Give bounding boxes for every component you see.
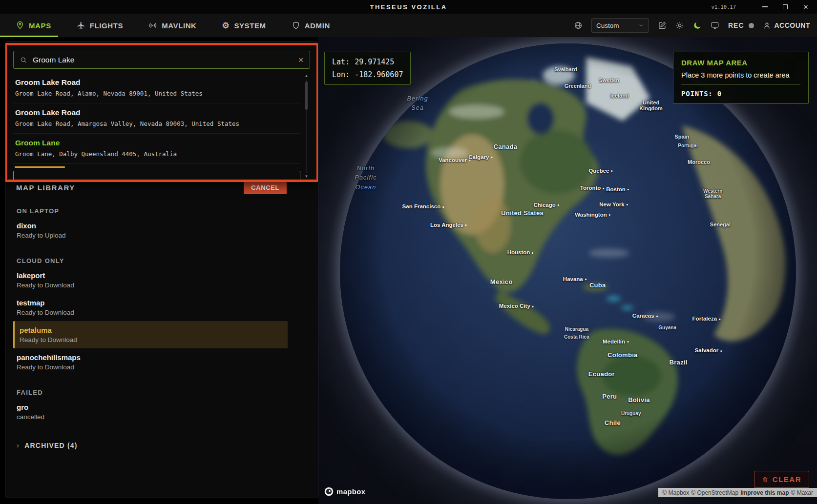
archived-toggle[interactable]: › ARCHIVED (4) — [13, 441, 310, 449]
mapbox-wordmark: mapbox — [336, 487, 365, 496]
search-input[interactable] — [33, 56, 293, 64]
result-title: Groom Lane — [15, 139, 298, 147]
search-results: Groom Lake Road Groom Lake Road, Alamo, … — [13, 73, 310, 180]
system-theme-icon[interactable] — [711, 21, 719, 30]
globe-style-icon[interactable] — [574, 21, 583, 30]
tab-flights[interactable]: FLIGHTS — [77, 14, 123, 37]
coordinates-readout: Lat: 29.971425 Lon: -182.960607 — [324, 52, 411, 85]
section-header-on-laptop: ON LAPTOP — [13, 207, 310, 215]
main-content: ✕ Groom Lake Road Groom Lake Road, Alamo… — [0, 37, 817, 504]
attr-maxar[interactable]: © Maxar — [791, 489, 813, 496]
tab-label: MAVLINK — [162, 21, 196, 30]
globe[interactable] — [340, 43, 796, 499]
plane-icon — [77, 21, 85, 30]
close-button[interactable]: ✕ — [797, 1, 814, 13]
mapbox-logo[interactable]: mapbox — [324, 486, 365, 497]
item-name: dixon — [17, 222, 284, 230]
item-status: cancelled — [17, 413, 284, 421]
scroll-track[interactable] — [306, 80, 307, 173]
item-status: Ready to Download — [17, 309, 284, 316]
results-scrollbar[interactable]: ▲ ▼ — [303, 74, 310, 179]
app-window: THESEUS VOZILLA v1.10.17 ✕ MAPS FLIGHTS … — [0, 0, 817, 504]
search-result[interactable]: Groom Lake Road Groom Lake Road, Amargos… — [13, 103, 300, 134]
tab-admin[interactable]: ADMIN — [292, 14, 330, 37]
map-library-panel: ✕ Groom Lake Road Groom Lake Road, Alamo… — [5, 41, 318, 498]
search-result[interactable]: Groom Lake Road Groom Lake Road, Alamo, … — [13, 73, 300, 103]
result-subtitle: Groom Lane, Dalby Queensland 4405, Austr… — [15, 150, 298, 158]
item-status: Ready to Download — [17, 363, 284, 371]
map-style-value: Custom — [596, 22, 619, 29]
tab-maps[interactable]: MAPS — [16, 14, 51, 37]
tab-system[interactable]: ⚙ SYSTEM — [222, 14, 266, 37]
map-area[interactable]: SvalbardSwedenGreenlandIcelandUnited Kin… — [318, 37, 817, 504]
tab-label: FLIGHTS — [90, 21, 123, 30]
nav-tabs: MAPS FLIGHTS MAVLINK ⚙ SYSTEM ADMIN — [16, 14, 330, 37]
map-attribution: © Mapbox © OpenStreetMap Improve this ma… — [658, 488, 817, 497]
person-icon — [763, 21, 771, 30]
search-icon — [20, 56, 27, 64]
chevron-down-icon — [638, 22, 644, 28]
library-item-lakeport[interactable]: lakeport Ready to Download — [13, 266, 288, 294]
points-count: POINTS: 0 — [681, 90, 800, 98]
tab-mavlink[interactable]: MAVLINK — [148, 14, 196, 37]
item-name: panochehillsmaps — [17, 353, 284, 362]
tab-label: SYSTEM — [234, 21, 266, 30]
nav-right: Custom REC ACCOUNT — [574, 18, 810, 33]
maximize-button[interactable] — [777, 1, 794, 13]
window-controls: v1.10.17 ✕ — [711, 0, 814, 14]
tab-label: MAPS — [29, 21, 51, 30]
item-name: testmap — [17, 299, 284, 307]
signal-icon — [148, 21, 157, 30]
library-item-testmap[interactable]: testmap Ready to Download — [13, 294, 288, 321]
improve-map-link[interactable]: Improve this map — [740, 489, 789, 496]
app-version: v1.10.17 — [711, 4, 736, 10]
section-header-cloud-only: CLOUD ONLY — [13, 257, 310, 264]
scroll-thumb[interactable] — [305, 81, 308, 110]
mapbox-icon — [324, 486, 334, 497]
dark-theme-icon[interactable] — [693, 21, 702, 30]
attr-mapbox[interactable]: © Mapbox — [662, 489, 689, 496]
cancel-button[interactable]: CANCEL — [244, 181, 287, 194]
map-style-select[interactable]: Custom — [591, 18, 649, 33]
rec-dot-icon — [749, 23, 754, 28]
library-item-dixon[interactable]: dixon Ready to Upload — [13, 217, 288, 244]
attr-osm[interactable]: © OpenStreetMap — [691, 489, 738, 496]
item-name: petaluma — [20, 326, 284, 334]
library-title: MAP LIBRARY — [16, 183, 75, 192]
shield-icon — [292, 21, 300, 30]
library-item-gro[interactable]: gro cancelled — [13, 398, 288, 425]
library-header: MAP LIBRARY CANCEL — [13, 181, 310, 194]
clear-button[interactable]: CLEAR — [754, 471, 809, 488]
light-theme-icon[interactable] — [675, 21, 684, 30]
trash-icon — [762, 476, 769, 483]
library-item-panochehillsmaps[interactable]: panochehillsmaps Ready to Download — [13, 348, 288, 376]
result-subtitle: Groom Lake Road, Amargosa Valley, Nevada… — [15, 120, 298, 127]
draw-map-area-panel: DRAW MAP AREA Place 3 more points to cre… — [673, 52, 809, 104]
scroll-down-icon[interactable]: ▼ — [305, 175, 309, 179]
titlebar: THESEUS VOZILLA v1.10.17 ✕ — [0, 0, 817, 14]
minimize-button[interactable] — [756, 1, 773, 13]
section-header-failed: FAILED — [13, 389, 310, 396]
tab-label: ADMIN — [305, 21, 330, 30]
result-subtitle: Groom Lake Road, Alamo, Nevada 89001, Un… — [15, 90, 298, 97]
draw-panel-instruction: Place 3 more points to create area — [681, 71, 800, 79]
library-item-petaluma[interactable]: petaluma Ready to Download — [13, 321, 288, 348]
scroll-up-icon[interactable]: ▲ — [305, 74, 309, 78]
item-status: Ready to Upload — [17, 232, 284, 239]
item-name: lakeport — [17, 271, 284, 280]
highlighted-row-edge — [13, 171, 300, 180]
search-box: ✕ — [13, 51, 310, 69]
lon-value: -182.960607 — [355, 70, 403, 79]
item-status: Ready to Download — [17, 282, 284, 289]
search-result[interactable]: Groom Lane Groom Lane, Dalby Queensland … — [13, 134, 300, 164]
clear-search-icon[interactable]: ✕ — [298, 56, 304, 64]
rec-indicator[interactable]: REC — [728, 21, 754, 29]
result-title: Groom Lake Road — [15, 108, 298, 117]
edit-icon[interactable] — [658, 21, 667, 30]
result-title: Groom Lake Road — [15, 78, 298, 87]
chevron-right-icon: › — [17, 441, 20, 449]
lat-value: 29.971425 — [355, 58, 394, 66]
map-pin-icon — [16, 21, 24, 30]
search-result-partial[interactable] — [13, 166, 300, 180]
account-button[interactable]: ACCOUNT — [763, 21, 811, 30]
